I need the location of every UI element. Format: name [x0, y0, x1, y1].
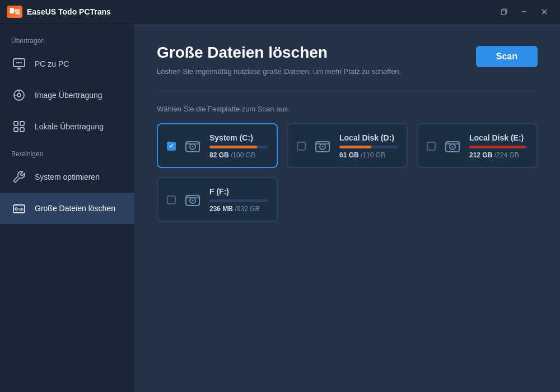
close-button[interactable] [535, 4, 553, 20]
disk-name-drive-e: Local Disk (E:) [469, 133, 528, 142]
disk-usage-drive-f: 236 MB /932 GB [209, 205, 268, 213]
svg-point-23 [15, 208, 17, 210]
divider [157, 91, 538, 91]
svg-rect-35 [318, 142, 320, 144]
disk-name-drive-d: Local Disk (D:) [339, 133, 398, 142]
monitor-icon [11, 56, 27, 72]
svg-point-38 [452, 146, 454, 147]
logo-icon [7, 6, 22, 18]
svg-rect-1 [15, 9, 20, 15]
svg-point-43 [192, 199, 194, 201]
app-title: EaseUS Todo PCTrans [27, 7, 111, 16]
gb-icon: GB [11, 200, 27, 216]
disk-card-drive-d[interactable]: Local Disk (D:)61 GB /110 GB [287, 123, 408, 168]
disk-bar-container-drive-c [209, 146, 268, 148]
svg-rect-0 [10, 8, 14, 13]
disk-drive-icon [183, 136, 203, 156]
svg-rect-45 [188, 196, 190, 198]
sidebar-item-label-image: Image Übertragung [35, 91, 102, 100]
svg-rect-21 [20, 128, 24, 132]
disk-bar-fill-drive-c [209, 146, 257, 148]
disk-drive-icon [442, 136, 463, 156]
sidebar-item-label-grosse: Große Dateien löschen [35, 204, 115, 213]
minimize-button[interactable] [515, 4, 533, 20]
restore-button[interactable] [495, 4, 513, 20]
svg-rect-40 [447, 142, 450, 144]
disk-bar-fill-drive-d [339, 146, 371, 148]
page-subtitle: Löshen Sie regelmäßig nutzlose große Dat… [157, 66, 401, 77]
svg-point-33 [322, 146, 324, 147]
disk-card-drive-f[interactable]: F (F:)236 MB /932 GB [157, 177, 278, 222]
svg-rect-30 [188, 142, 190, 144]
disk-info-drive-c: System (C:)82 GB /100 GB [209, 133, 268, 159]
content-header: Große Dateien löschen Löshen Sie regelmä… [157, 44, 538, 77]
wrench-icon [11, 169, 27, 185]
sidebar-item-system[interactable]: System optimieren [0, 161, 134, 193]
disk-select-label: Wählen Sie die Festplatte zum Scan aus. [157, 105, 538, 113]
disk-checkbox-drive-e[interactable] [427, 142, 436, 151]
disk-bar-fill-drive-f [209, 199, 210, 202]
disk-card-drive-c[interactable]: System (C:)82 GB /100 GB [157, 123, 278, 168]
scan-button[interactable]: Scan [476, 46, 538, 67]
disk-drive-icon [312, 136, 333, 156]
svg-rect-4 [501, 10, 506, 15]
apps-icon [11, 119, 27, 134]
sidebar-item-pc-zu-pc[interactable]: PC zu PC [0, 48, 134, 80]
app-logo: EaseUS Todo PCTrans [7, 6, 111, 18]
disk-bar-container-drive-f [209, 199, 268, 202]
disk-card-drive-e[interactable]: Local Disk (E:)212 GB /224 GB [417, 123, 538, 168]
disk-bar-container-drive-d [339, 146, 398, 148]
disk-info-drive-e: Local Disk (E:)212 GB /224 GB [469, 133, 528, 159]
sidebar-item-grosse-dateien[interactable]: GB Große Dateien löschen [0, 193, 134, 224]
sidebar-item-label-pc: PC zu PC [35, 59, 69, 68]
sidebar-item-image[interactable]: Image Übertragung [0, 80, 134, 111]
content-area: Große Dateien löschen Löshen Sie regelmä… [134, 24, 560, 392]
titlebar: EaseUS Todo PCTrans [0, 0, 560, 24]
disk-checkbox-drive-f[interactable] [167, 195, 176, 204]
disk-bar-container-drive-e [469, 146, 528, 148]
disk-info-drive-f: F (F:)236 MB /932 GB [209, 187, 268, 213]
sidebar-item-lokale[interactable]: Lokale Übertragung [0, 111, 134, 142]
svg-point-28 [192, 146, 194, 147]
svg-point-15 [17, 94, 21, 97]
disk-usage-drive-e: 212 GB /224 GB [469, 151, 528, 159]
svg-rect-20 [14, 128, 18, 132]
sidebar-item-label-system: System optimieren [35, 172, 100, 181]
svg-rect-18 [14, 122, 18, 125]
svg-text:GB: GB [18, 208, 24, 211]
disk-usage-drive-d: 61 GB /110 GB [339, 151, 398, 159]
main-layout: Übertragen PC zu PC [0, 24, 560, 392]
disk-grid: System (C:)82 GB /100 GB Local Disk (D:)… [157, 123, 538, 222]
title-block: Große Dateien löschen Löshen Sie regelmä… [157, 44, 401, 77]
disk-usage-drive-c: 82 GB /100 GB [209, 151, 268, 159]
sidebar-section-transfer: Übertragen [0, 29, 134, 48]
disk-checkbox-drive-d[interactable] [297, 142, 306, 151]
window-controls [495, 4, 553, 20]
disk-bar-fill-drive-e [469, 146, 525, 148]
disk-name-drive-c: System (C:) [209, 133, 268, 142]
disc-icon [11, 87, 27, 103]
sidebar-item-label-lokale: Lokale Übertragung [35, 122, 104, 131]
disk-info-drive-d: Local Disk (D:)61 GB /110 GB [339, 133, 398, 159]
page-title: Große Dateien löschen [157, 44, 401, 62]
disk-drive-icon [183, 190, 203, 210]
svg-rect-19 [20, 122, 24, 125]
disk-checkbox-drive-c[interactable] [167, 142, 176, 151]
sidebar: Übertragen PC zu PC [0, 24, 134, 392]
disk-name-drive-f: F (F:) [209, 187, 268, 196]
sidebar-section-clean: Bereinigen [0, 142, 134, 161]
